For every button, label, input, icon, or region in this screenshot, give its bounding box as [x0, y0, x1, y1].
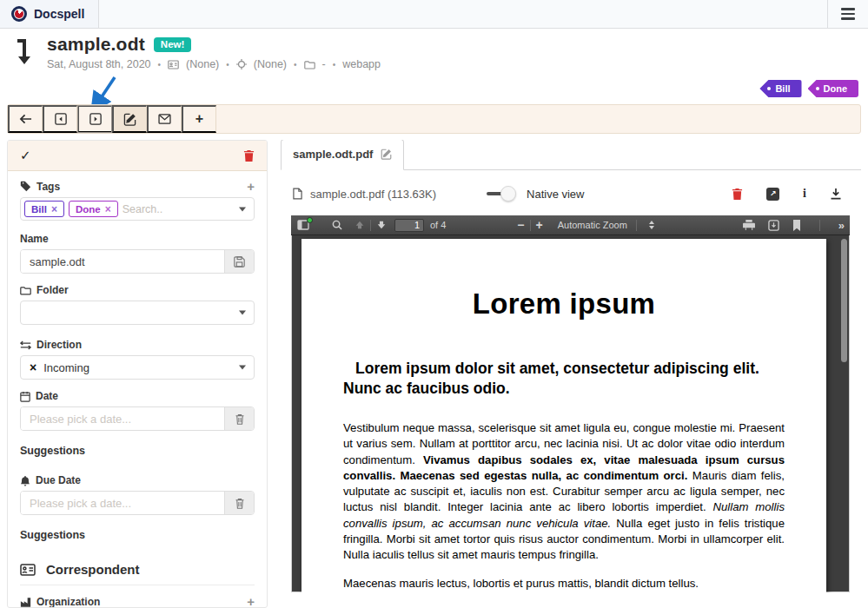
due-date-suggestions-label: Suggestions [20, 529, 255, 541]
envelope-icon [158, 114, 171, 124]
pdf-toolbar: of 4 − + Automatic Zoom [291, 215, 850, 235]
folder-icon [20, 286, 31, 295]
bullet-separator: • [333, 60, 336, 69]
prev-item-button[interactable] [43, 105, 77, 133]
chevron-down-icon [239, 366, 246, 370]
pdf-sidebar-toggle-button[interactable] [297, 220, 309, 230]
tags-multiselect[interactable]: Bill × Done × Search.. [20, 197, 255, 221]
delete-attachment-button[interactable] [732, 188, 743, 201]
level-down-icon [15, 37, 36, 70]
bars-icon [841, 8, 855, 10]
pdf-zoom-out-button[interactable]: − [517, 218, 524, 232]
chevron-down-icon[interactable] [239, 207, 246, 211]
remove-tag-icon[interactable]: × [105, 203, 111, 215]
notification-dot [307, 217, 313, 223]
pdf-more-tools-button[interactable]: » [838, 219, 844, 232]
pdf-print-button[interactable] [743, 220, 755, 231]
save-name-button[interactable] [224, 250, 254, 273]
meta-correspondent: (None) [186, 58, 219, 70]
add-tag-button[interactable]: + [247, 180, 255, 193]
rename-attachment-icon[interactable] [381, 149, 392, 160]
pdf-download-button[interactable] [768, 220, 779, 231]
delete-item-button[interactable] [243, 149, 255, 162]
docspell-logo-icon [11, 6, 27, 22]
pdf-viewer: of 4 − + Automatic Zoom [291, 215, 850, 592]
tag-chip-done[interactable]: Done × [69, 201, 118, 217]
sidebar-header: ✓ [8, 141, 267, 171]
calendar-icon [20, 391, 30, 402]
name-input[interactable] [21, 250, 224, 273]
tab-sample-odt-pdf[interactable]: sample.odt.pdf [281, 140, 404, 170]
date-label: Date [36, 390, 58, 402]
file-icon [293, 188, 302, 200]
industry-icon [20, 597, 31, 607]
pdf-page-input[interactable] [394, 219, 424, 232]
select-carets-icon [649, 221, 654, 229]
add-files-button[interactable]: + [182, 105, 216, 133]
chevron-down-icon [239, 311, 246, 315]
pdf-search-button[interactable] [332, 220, 342, 230]
tag-dot-icon [816, 87, 819, 90]
bullet-separator: • [294, 60, 297, 69]
pdf-zoom-select[interactable]: Automatic Zoom [554, 218, 658, 233]
tag-badge-bill[interactable]: Bill [759, 80, 801, 97]
meta-folder: - [322, 58, 326, 70]
trash-icon [235, 498, 245, 509]
bullet-separator: • [226, 60, 229, 69]
organization-label: Organization [36, 596, 100, 608]
arrow-left-icon [19, 113, 32, 125]
clear-direction-icon[interactable]: × [30, 360, 36, 374]
due-date-input[interactable] [21, 492, 224, 514]
pdf-prev-page-button[interactable] [354, 220, 365, 230]
clear-due-date-button[interactable] [224, 492, 254, 514]
clear-date-button[interactable] [224, 407, 254, 430]
top-navbar: Docspell [0, 0, 868, 29]
trash-icon [243, 149, 255, 162]
confirm-check-icon[interactable]: ✓ [20, 148, 31, 163]
item-action-toolbar: + [7, 104, 861, 134]
doc-paragraph-2: Maecenas mauris lectus, lobortis et puru… [343, 576, 785, 591]
attachment-panel: sample.odt.pdf sample.odt.pdf (113.63K) … [281, 140, 861, 608]
open-in-new-button[interactable]: ↗ [766, 188, 779, 201]
file-info-button[interactable]: i [803, 187, 806, 201]
crosshairs-icon [236, 59, 247, 69]
meta-date: Sat, August 8th, 2020 [47, 58, 151, 70]
pdf-content-area[interactable]: Lorem ipsum Lorem ipsum dolor sit amet, … [291, 235, 850, 592]
meta-source: webapp [342, 58, 381, 70]
back-button[interactable] [8, 105, 43, 133]
remove-tag-icon[interactable]: × [51, 203, 57, 215]
brand-name: Docspell [34, 7, 84, 21]
download-icon [830, 188, 842, 200]
info-icon: i [803, 187, 806, 201]
trash-icon [235, 413, 245, 425]
send-mail-button[interactable] [147, 105, 182, 133]
pdf-next-page-button[interactable] [376, 220, 387, 230]
date-suggestions-label: Suggestions [20, 445, 255, 457]
external-link-icon: ↗ [766, 188, 779, 201]
download-attachment-button[interactable] [830, 188, 842, 200]
edit-mode-button[interactable] [112, 105, 147, 133]
next-item-button[interactable] [77, 105, 112, 133]
attachment-meta-row: sample.odt.pdf (113.63K) Native view ↗ i [281, 183, 861, 204]
pdf-scrollbar-thumb[interactable] [841, 239, 847, 362]
brand[interactable]: Docspell [0, 0, 99, 28]
direction-value: Incoming [43, 361, 89, 374]
direction-select[interactable]: × Incoming [20, 355, 255, 380]
item-tag-badges: Bill Done [759, 80, 858, 97]
folder-select[interactable] [20, 301, 255, 325]
edit-icon [123, 113, 136, 126]
menu-button[interactable] [827, 0, 868, 28]
tag-chip-bill[interactable]: Bill × [24, 201, 64, 217]
pdf-zoom-value: Automatic Zoom [558, 220, 627, 230]
name-label: Name [20, 233, 49, 245]
doc-paragraph-1: Vestibulum neque massa, scelerisque sit … [343, 420, 785, 563]
add-organization-button[interactable]: + [247, 595, 255, 608]
tag-badge-done[interactable]: Done [808, 80, 859, 97]
pdf-page-count: of 4 [430, 220, 446, 230]
date-input[interactable] [21, 407, 224, 430]
pdf-bookmark-button[interactable] [792, 220, 801, 231]
native-view-toggle[interactable] [487, 186, 516, 202]
native-view-label: Native view [527, 188, 584, 201]
pdf-zoom-in-button[interactable]: + [536, 218, 543, 232]
address-card-icon [168, 60, 179, 69]
